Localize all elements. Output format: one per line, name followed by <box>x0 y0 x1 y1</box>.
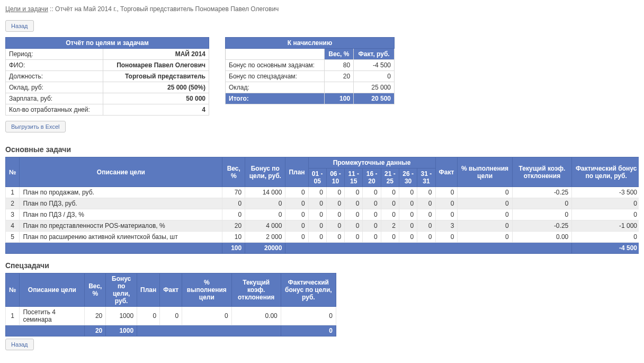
col-interim: 26 - 30 <box>399 169 417 187</box>
breadcrumb-link[interactable]: Цели и задачи <box>5 5 48 13</box>
col-interim-group: Промежуточные данные <box>308 157 435 169</box>
back-button-bottom[interactable]: Назад <box>5 339 34 350</box>
spec-col-desc: Описание цели <box>20 273 85 307</box>
cell-fb: 0 <box>572 209 639 220</box>
cell-weight: 0 <box>222 198 245 209</box>
info-title: Отчёт по целям и задачам <box>6 38 209 49</box>
cell-interim: 0 <box>345 209 363 220</box>
cell-bg: 0 <box>245 198 285 209</box>
cell-coef: -0.25 <box>512 187 572 198</box>
cell-interim: 0 <box>326 232 344 243</box>
info-label: ФИО: <box>6 60 103 71</box>
cell-interim: 0 <box>345 198 363 209</box>
cell-interim: 0 <box>381 209 399 220</box>
cell-num: 3 <box>6 209 20 220</box>
cell-interim: 0 <box>399 209 417 220</box>
spec-col-pct: % выполнения цели <box>182 273 232 307</box>
table-row: 1Посетить 4 семинара2010000000.000 <box>6 307 336 325</box>
table-row: 1План по продажам, руб.7014 000000000000… <box>6 187 639 198</box>
col-desc: Описание цели <box>20 157 222 187</box>
payout-weight: 80 <box>324 60 354 71</box>
cell-interim: 0 <box>381 198 399 209</box>
spec-section-title: Спецзадачи <box>5 261 639 270</box>
cell-fb: 0 <box>281 307 336 325</box>
cell-plan: 0 <box>285 209 308 220</box>
cell-weight: 10 <box>222 232 245 243</box>
payout-weight: 20 <box>324 71 354 82</box>
col-coef: Текущий коэф. отклонения <box>512 157 572 187</box>
info-value: 4 <box>103 104 209 116</box>
cell-interim: 0 <box>345 232 363 243</box>
cell-interim: 0 <box>417 187 435 198</box>
main-total-bg: 20000 <box>245 243 285 254</box>
cell-weight: 70 <box>222 187 245 198</box>
col-fact: Факт <box>435 157 458 187</box>
cell-interim: 0 <box>326 220 344 232</box>
cell-plan: 0 <box>137 307 160 325</box>
cell-desc: План по представленности POS-материалов,… <box>20 220 222 232</box>
cell-fact: 0 <box>160 307 182 325</box>
cell-interim: 0 <box>417 220 435 232</box>
col-interim: 16 - 20 <box>363 169 381 187</box>
cell-interim: 0 <box>308 187 326 198</box>
spec-col-num: № <box>6 273 20 307</box>
main-total-weight: 100 <box>222 243 245 254</box>
col-interim: 21 - 25 <box>381 169 399 187</box>
cell-bg: 14 000 <box>245 187 285 198</box>
payout-col-weight: Вес, % <box>324 49 354 60</box>
cell-interim: 0 <box>417 209 435 220</box>
cell-bg: 2 000 <box>245 232 285 243</box>
table-row: 4План по представленности POS-материалов… <box>6 220 639 232</box>
cell-desc: План по ПДЗ, руб. <box>20 198 222 209</box>
cell-bg: 1000 <box>106 307 137 325</box>
cell-bg: 0 <box>245 209 285 220</box>
info-value: Пономарев Павел Олегович <box>103 60 209 71</box>
info-value: Торговый представитель <box>103 71 209 82</box>
spec-col-coef: Текущий коэф. отклонения <box>231 273 281 307</box>
payout-col-fact: Факт, руб. <box>354 49 395 60</box>
cell-pct: 0 <box>458 187 512 198</box>
cell-fb: 0 <box>572 232 639 243</box>
info-label: Должность: <box>6 71 103 82</box>
cell-desc: План по ПДЗ / ДЗ, % <box>20 209 222 220</box>
info-label: Зарплата, руб: <box>6 93 103 104</box>
cell-interim: 2 <box>381 220 399 232</box>
cell-interim: 0 <box>363 187 381 198</box>
payout-label: Оклад: <box>226 82 325 93</box>
col-fact-bonus: Фактический бонус по цели, руб. <box>572 157 639 187</box>
cell-plan: 0 <box>285 187 308 198</box>
cell-interim: 0 <box>363 220 381 232</box>
cell-fb: 0 <box>572 198 639 209</box>
spec-col-bg: Бонус по цели, руб. <box>106 273 137 307</box>
cell-interim: 0 <box>308 232 326 243</box>
cell-desc: План по расширению активной клиентской б… <box>20 232 222 243</box>
cell-interim: 0 <box>381 232 399 243</box>
info-label: Период: <box>6 49 103 60</box>
cell-fact: 3 <box>435 220 458 232</box>
cell-coef: 0 <box>512 209 572 220</box>
payout-weight <box>324 82 354 93</box>
info-label: Кол-во отработанных дней: <box>6 104 103 116</box>
cell-interim: 0 <box>363 198 381 209</box>
cell-interim: 0 <box>399 198 417 209</box>
breadcrumb: Цели и задачи :: Отчёт на Май 2014 г., Т… <box>5 5 639 13</box>
cell-interim: 0 <box>363 232 381 243</box>
back-button[interactable]: Назад <box>5 20 34 32</box>
cell-plan: 0 <box>285 198 308 209</box>
spec-col-fb: Фактический бонус по цели, руб. <box>281 273 336 307</box>
cell-interim: 0 <box>345 220 363 232</box>
col-interim: 06 - 10 <box>326 169 344 187</box>
breadcrumb-tail: :: Отчёт на Май 2014 г., Торговый предст… <box>48 5 279 13</box>
col-pct: % выполнения цели <box>458 157 512 187</box>
cell-coef: 0.00 <box>512 232 572 243</box>
spec-total-fb: 0 <box>281 325 336 337</box>
export-button[interactable]: Выгрузить в Excel <box>5 121 66 132</box>
table-row: 5План по расширению активной клиентской … <box>6 232 639 243</box>
payout-total-weight: 100 <box>324 93 354 104</box>
table-row: 2План по ПДЗ, руб.00000000000000 <box>6 198 639 209</box>
cell-bg: 4 000 <box>245 220 285 232</box>
main-section-title: Основные задачи <box>5 145 639 154</box>
cell-interim: 0 <box>326 198 344 209</box>
cell-desc: План по продажам, руб. <box>20 187 222 198</box>
main-total-fb: -4 500 <box>572 243 639 254</box>
